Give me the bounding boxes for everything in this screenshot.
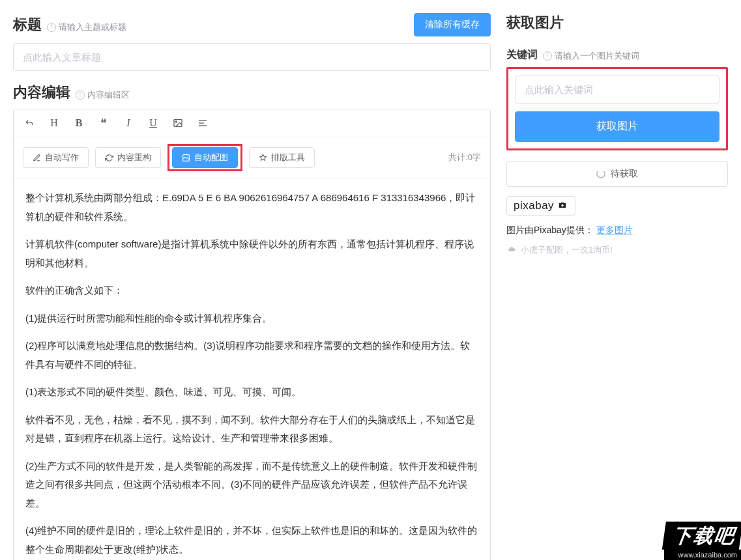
info-icon: ! [543, 51, 552, 61]
bold-icon[interactable]: B [72, 117, 85, 129]
info-icon: ! [76, 91, 85, 100]
auto-image-label: 自动配图 [194, 152, 228, 163]
content-area[interactable]: 整个计算机系统由两部分组成：E.69DA 5 E 6 BA 9062616964… [14, 178, 490, 560]
footer-note-text: 小虎子配图，一次1淘币! [521, 244, 613, 256]
content-paragraph: (2)程序可以满意地处理信息的数据结构。(3)说明程序功能要求和程序需要的文档的… [25, 337, 478, 374]
format-toolbar: H B ❝ I U [14, 109, 490, 137]
editor-hint: ! 内容编辑区 [76, 89, 130, 101]
underline-icon[interactable]: U [147, 117, 160, 129]
get-image-title: 获取图片 [506, 13, 728, 33]
align-icon[interactable] [196, 118, 209, 128]
footer-note: 小虎子配图，一次1淘币! [506, 244, 728, 256]
keyword-hint-text: 请输入一个图片关键词 [555, 50, 639, 62]
heading-icon[interactable]: H [48, 117, 61, 129]
title-hint: ! 请输入主题或标题 [47, 21, 126, 33]
editor-box: H B ❝ I U 自动写作 [13, 109, 491, 560]
editor-hint-text: 内容编辑区 [87, 89, 130, 101]
svg-point-6 [561, 204, 564, 206]
keyword-input[interactable] [515, 76, 719, 104]
restructure-button[interactable]: 内容重构 [95, 147, 161, 168]
auto-write-button[interactable]: 自动写作 [23, 147, 89, 168]
title-label: 标题 [13, 15, 42, 35]
clear-cache-button[interactable]: 清除所有缓存 [414, 13, 491, 36]
keyword-hint: ! 请输入一个图片关键词 [543, 50, 639, 62]
spinner-icon [596, 169, 605, 178]
content-paragraph: (2)生产方式不同的软件是开发，是人类智能的高发挥，而不是传统意义上的硬件制造。… [25, 457, 478, 513]
content-paragraph: 计算机软件(computer software)是指计算机系统中除硬件以外的所有… [25, 235, 478, 272]
layout-tool-button[interactable]: 排版工具 [249, 147, 315, 168]
more-images-link[interactable]: 更多图片 [596, 225, 633, 235]
content-paragraph: 软件看不见，无色，枯燥，看不见，摸不到，闻不到。软件大部分存在于人们的头脑或纸上… [25, 411, 478, 448]
editor-label: 内容编辑 [13, 83, 70, 102]
content-paragraph: (1)提供运行时所需功能和性能的命令或计算机程序集合。 [25, 309, 478, 328]
camera-icon [557, 201, 568, 212]
image-icon[interactable] [171, 118, 184, 128]
auto-write-label: 自动写作 [45, 152, 79, 163]
content-paragraph: 整个计算机系统由两部分组成：E.69DA 5 E 6 BA 9062616964… [25, 189, 478, 226]
auto-image-highlight: 自动配图 [167, 144, 242, 171]
editor-header: 内容编辑 ! 内容编辑区 [13, 83, 491, 102]
content-paragraph: 软件的正确含义如下： [25, 281, 478, 300]
provider-text: 图片由Pixabay提供： [506, 225, 594, 235]
pixabay-text: pixabay [514, 199, 554, 212]
get-image-button[interactable]: 获取图片 [515, 111, 719, 142]
undo-icon[interactable] [23, 118, 36, 128]
pending-label: 待获取 [611, 168, 638, 180]
italic-icon[interactable]: I [122, 117, 135, 129]
word-count: 共计:0字 [448, 152, 481, 163]
pending-button[interactable]: 待获取 [506, 161, 728, 187]
title-hint-text: 请输入主题或标题 [59, 21, 126, 33]
provider-line: 图片由Pixabay提供： 更多图片 [506, 225, 728, 236]
keyword-label: 关键词 [506, 48, 538, 62]
action-toolbar: 自动写作 内容重构 自动配图 排版工具 [14, 137, 490, 178]
restructure-label: 内容重构 [117, 152, 151, 163]
cloud-icon [506, 245, 517, 255]
layout-tool-label: 排版工具 [271, 152, 305, 163]
keyword-highlight-box: 获取图片 [506, 67, 728, 150]
svg-point-1 [175, 121, 177, 122]
auto-image-button[interactable]: 自动配图 [172, 147, 238, 168]
quote-icon[interactable]: ❝ [97, 116, 110, 130]
article-title-input[interactable] [13, 43, 491, 71]
info-icon: ! [47, 23, 56, 32]
title-header: 标题 ! 请输入主题或标题 清除所有缓存 [13, 13, 491, 36]
content-paragraph: (4)维护不同的硬件是旧的，理论上软件是旧的，并不坏，但实际上软件也是旧的和坏的… [25, 522, 478, 559]
content-paragraph: (1)表达形式不同的硬件类型、颜色、味道、可见、可摸、可闻。 [25, 383, 478, 402]
pixabay-badge: pixabay [506, 196, 575, 216]
